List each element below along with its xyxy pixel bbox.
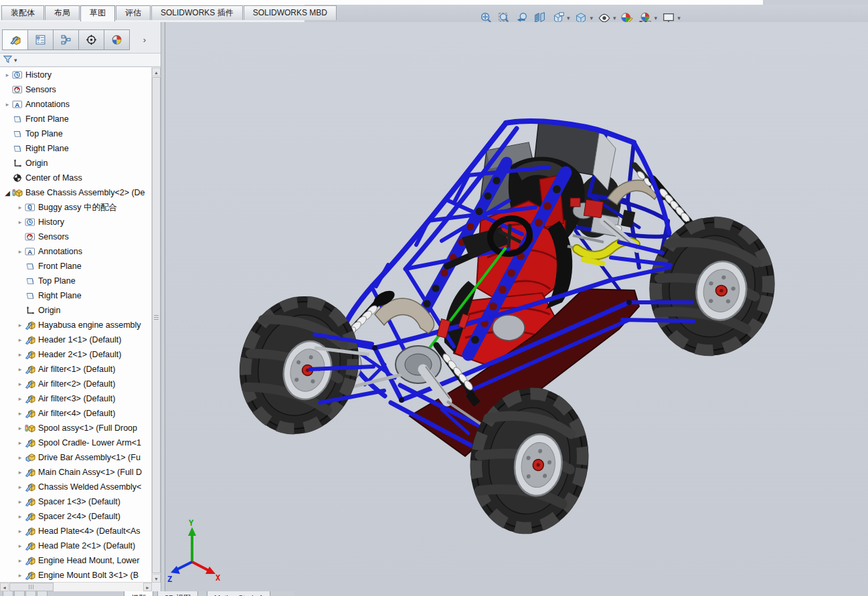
tree-expand-arrow[interactable]: ▸ [15,336,25,343]
command-tab-3[interactable]: 评估 [116,5,151,20]
command-tab-4[interactable]: SOLIDWORKS 插件 [151,5,243,20]
command-tab-5[interactable]: SOLIDWORKS MBD [244,5,337,20]
manager-tab-bar [0,29,129,50]
tree-expand-arrow[interactable]: ▸ [3,101,12,108]
tree-expand-arrow[interactable]: ▸ [15,572,25,579]
tree-item-18[interactable]: ▸Header 1<1> (Default) [0,332,152,347]
tree-item-19[interactable]: ▸Header 2<1> (Default) [0,347,152,362]
scroll-right-arrow[interactable]: ► [143,583,152,591]
manager-tab-dimxpert[interactable] [78,29,104,50]
tree-item-25[interactable]: ▸Spool Cradle- Lower Arm<1 [0,435,152,450]
command-tab-0[interactable]: 装配体 [1,5,44,20]
hide-show-items-dropdown-caret[interactable]: ▾ [613,15,616,21]
tree-expand-arrow[interactable]: ▸ [15,425,25,431]
manager-tab-property-manager[interactable] [27,29,54,50]
tree-horizontal-scrollbar[interactable]: ◄ ► [0,582,152,591]
tree-expand-arrow[interactable]: ▸ [15,557,25,564]
tree-expand-arrow[interactable]: ▸ [15,542,25,549]
tree-expand-arrow[interactable]: ▸ [15,395,25,402]
tree-item-17[interactable]: ▸Hayabusa engine assembly [0,318,152,332]
tree-item-9[interactable]: ▸Buggy assy 中的配合 [0,200,152,215]
tree-item-34[interactable]: ▸Engine Mount Bolt 3<1> (B [0,568,152,583]
buggy-model-canvas[interactable]: Y X Z [165,22,868,596]
tree-item-29[interactable]: ▸Spacer 1<3> (Default) [0,494,152,509]
tree-expand-arrow[interactable]: ▸ [15,366,25,373]
tree-item-28[interactable]: ▸Chassis Welded Assembly< [0,480,152,494]
wheel-front-left[interactable] [224,283,374,448]
tree-expand-arrow[interactable]: ▸ [15,454,25,461]
motion-nav-button-0[interactable] [3,591,13,596]
apply-scene-dropdown-caret[interactable]: ▾ [655,15,658,21]
tree-item-31[interactable]: ▸Head Plate<4> (Default<As [0,524,152,538]
tree-item-3[interactable]: Front Plane [0,112,152,126]
motion-tab-2[interactable]: Motion Study 1 [207,591,270,596]
filter-icon[interactable] [3,54,13,66]
tree-expand-arrow[interactable]: ▸ [3,72,12,78]
tree-item-22[interactable]: ▸Air filter<3> (Default) [0,391,152,406]
tree-item-6[interactable]: Origin [0,156,152,171]
command-tab-1[interactable]: 布局 [45,5,80,20]
tree-expand-arrow[interactable]: ◢ [3,189,12,197]
motion-nav-button-3[interactable] [37,591,48,596]
tree-expand-arrow[interactable]: ▸ [15,322,25,328]
panel-splitter[interactable] [161,22,165,596]
tree-expand-arrow[interactable]: ▸ [15,439,25,446]
tree-item-15[interactable]: Right Plane [0,288,152,303]
tree-item-12[interactable]: ▸AAnnotations [0,244,152,259]
tree-item-21[interactable]: ▸Air filter<2> (Default) [0,377,152,391]
tree-item-30[interactable]: ▸Spacer 2<4> (Default) [0,509,152,524]
scroll-down-arrow[interactable]: ▼ [152,574,161,583]
tree-item-26[interactable]: ▸Drive Bar Assembly<1> (Fu [0,450,152,465]
tree-item-11[interactable]: Sensors [0,229,152,244]
tree-expand-arrow[interactable]: ▸ [15,248,25,255]
scroll-left-arrow[interactable]: ◄ [0,583,9,591]
tree-item-33[interactable]: ▸Engine Head Mount, Lower [0,553,152,568]
tree-expand-arrow[interactable]: ▸ [15,513,25,520]
view-settings-dropdown-caret[interactable]: ▾ [677,15,681,21]
tree-item-10[interactable]: ▸History [0,215,152,229]
tree-item-5[interactable]: Right Plane [0,141,152,156]
tree-expand-arrow[interactable]: ▸ [15,381,25,387]
tree-item-8[interactable]: ◢Base Chassis Assembly<2> (De [0,185,152,200]
tree-vertical-scrollbar[interactable]: ▲ ▼ [151,68,161,583]
manager-tab-overflow-arrow[interactable]: › [138,30,151,49]
tree-expand-arrow[interactable]: ▸ [15,204,25,211]
tree-expand-arrow[interactable]: ▸ [15,219,25,225]
motion-tab-1[interactable]: 3D 视图 [157,591,198,596]
tree-item-7[interactable]: Center of Mass [0,171,152,185]
scrollbar-thumb[interactable] [152,77,161,573]
filter-dropdown-caret[interactable]: ▾ [14,57,17,64]
manager-tab-configuration-manager[interactable] [53,29,79,50]
tree-expand-arrow[interactable]: ▸ [15,498,25,505]
tree-item-0[interactable]: ▸History [0,68,152,82]
tree-item-13[interactable]: Front Plane [0,259,152,274]
tree-item-2[interactable]: ▸AAnnotations [0,97,152,112]
tree-expand-arrow[interactable]: ▸ [15,484,25,490]
motion-nav-button-2[interactable] [25,591,36,596]
manager-tab-feature-manager[interactable] [2,29,28,50]
motion-nav-button-1[interactable] [14,591,25,596]
tree-item-24[interactable]: ▸Spool assy<1> (Full Droop [0,421,152,435]
tree-item-20[interactable]: ▸Air filter<1> (Default) [0,362,152,377]
tree-item-27[interactable]: ▸Main Chain Assy<1> (Full D [0,465,152,480]
tree-item-label: Drive Bar Assembly<1> (Fu [38,453,141,462]
tree-item-1[interactable]: Sensors [0,82,152,97]
tree-item-32[interactable]: ▸Head Plate 2<1> (Default) [0,538,152,553]
tree-expand-arrow[interactable]: ▸ [15,351,25,358]
view-orientation-dropdown-caret[interactable]: ▾ [567,15,570,21]
scrollbar-thumb-h[interactable] [9,583,54,591]
tree-expand-arrow[interactable]: ▸ [15,410,25,417]
graphics-viewport[interactable]: Y X Z [165,22,868,596]
tree-item-23[interactable]: ▸Air filter<4> (Default) [0,406,152,421]
tree-item-4[interactable]: Top Plane [0,126,152,141]
motion-tab-0[interactable]: 模型 [124,591,153,596]
tree-expand-arrow[interactable]: ▸ [15,469,25,476]
tree-item-14[interactable]: Top Plane [0,274,152,288]
scroll-up-arrow[interactable]: ▲ [152,68,161,76]
tree-item-16[interactable]: Origin [0,303,152,318]
display-style-dropdown-caret[interactable]: ▾ [590,15,594,21]
tree-expand-arrow[interactable]: ▸ [15,528,25,534]
command-tab-2[interactable]: 草图 [80,5,115,21]
manager-tab-display-manager[interactable] [104,29,130,50]
wheel-rear-right[interactable] [638,207,786,365]
